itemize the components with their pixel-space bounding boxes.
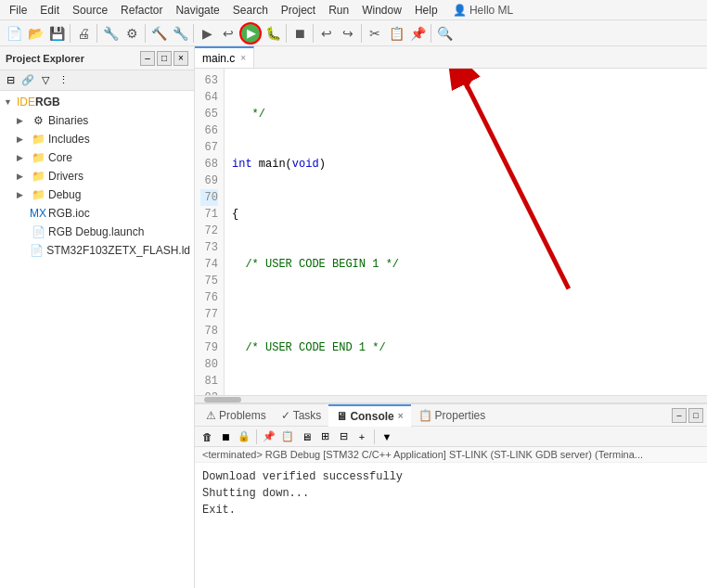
clear-console-btn[interactable]: 🗑 [199, 428, 215, 445]
tree-item-rgbioc[interactable]: MX RGB.ioc [0, 204, 194, 223]
console-settings-btn[interactable]: ▼ [379, 428, 395, 445]
menu-project[interactable]: Project [276, 2, 321, 19]
sep5 [286, 24, 287, 43]
line-numbers: 63 64 65 66 67 68 69 70 71 72 73 74 75 7… [195, 69, 225, 395]
console-btn2[interactable]: 🖥 [298, 428, 315, 445]
maximize-panel-btn[interactable]: □ [688, 408, 703, 423]
run-last-btn[interactable]: ↩ [218, 23, 238, 44]
console-btn4[interactable]: ⊟ [335, 428, 352, 445]
sidebar: Project Explorer – □ × ⊟ 🔗 ▽ ⋮ ▼ IDE RGB… [0, 46, 195, 588]
label-core: Core [48, 151, 190, 164]
paste-btn[interactable]: 📌 [407, 23, 428, 44]
label-debug: Debug [48, 188, 190, 201]
tree-item-core[interactable]: ▶ 📁 Core [0, 148, 194, 167]
pin-btn[interactable]: 📌 [261, 428, 277, 445]
code-content[interactable]: */ int main(void) { /* USER CODE BEGIN 1… [225, 69, 707, 395]
stop-console-btn[interactable]: ⏹ [217, 428, 234, 445]
bottom-tab-console[interactable]: 🖥 Console × [328, 404, 410, 427]
menu-file[interactable]: File [4, 2, 32, 19]
console-label: Console [350, 410, 393, 423]
tree-settings-btn[interactable]: ⋮ [55, 72, 71, 89]
icon-drivers: 📁 [30, 170, 46, 183]
bottom-tab-tasks[interactable]: ✓ Tasks [274, 404, 329, 427]
bottom-tab-problems[interactable]: ⚠ Problems [199, 404, 274, 427]
tree-item-stm32[interactable]: 📄 STM32F103ZETX_FLASH.ld [0, 241, 194, 260]
menu-run[interactable]: Run [323, 2, 354, 19]
h-scrollbar[interactable] [195, 395, 707, 403]
code-line-68: /* USER CODE END 1 */ [232, 339, 700, 356]
settings-btn[interactable]: ⚙ [122, 23, 142, 44]
build-btn[interactable]: 🔨 [148, 23, 169, 44]
minimize-panel-btn[interactable]: – [672, 408, 687, 423]
search-toolbar-btn[interactable]: 🔍 [434, 23, 455, 44]
tree-item-drivers[interactable]: ▶ 📁 Drivers [0, 167, 194, 185]
copy-btn[interactable]: 📋 [386, 23, 406, 44]
menu-navigate[interactable]: Navigate [170, 2, 225, 19]
console-line-4: Exit. [202, 502, 700, 518]
tree-item-binaries[interactable]: ▶ ⚙ Binaries [0, 111, 194, 130]
expand-icon-core: ▶ [17, 153, 30, 162]
sep2 [96, 24, 97, 43]
problems-icon: ⚠ [206, 409, 216, 422]
run-dropdown-btn[interactable]: ▶ [197, 23, 217, 44]
tab-mainc[interactable]: main.c × [195, 46, 254, 69]
menu-refactor[interactable]: Refactor [115, 2, 168, 19]
label-rgb: RGB [35, 96, 190, 109]
save-btn[interactable]: 💾 [46, 23, 67, 44]
console-tab-close[interactable]: × [398, 411, 404, 421]
stop-btn[interactable]: ⏹ [289, 23, 310, 44]
print-btn[interactable]: 🖨 [73, 23, 94, 44]
redo-btn[interactable]: ↪ [338, 23, 358, 44]
code-line-64: int main(void) [232, 156, 700, 173]
tasks-label: Tasks [293, 409, 322, 422]
label-drivers: Drivers [48, 170, 190, 183]
code-editor[interactable]: 63 64 65 66 67 68 69 70 71 72 73 74 75 7… [195, 69, 707, 395]
tasks-icon: ✓ [281, 409, 290, 422]
scroll-thumb[interactable] [204, 397, 241, 403]
code-line-63: */ [232, 106, 700, 122]
new-btn[interactable]: 📄 [4, 23, 24, 44]
build-all-btn[interactable]: 🔧 [170, 23, 190, 44]
console-btn3[interactable]: ⊞ [316, 428, 333, 445]
open-btn[interactable]: 📂 [25, 23, 45, 44]
close-sidebar-btn[interactable]: × [174, 51, 188, 66]
expand-icon-includes: ▶ [17, 134, 30, 144]
sep7 [361, 24, 362, 43]
console-status: <terminated> RGB Debug [STM32 C/C++ Appl… [195, 447, 707, 463]
tree-item-rgb[interactable]: ▼ IDE RGB [0, 93, 194, 111]
maximize-sidebar-btn[interactable]: □ [157, 51, 172, 66]
console-content[interactable]: Download verified successfully Shutting … [195, 463, 707, 588]
tree-item-debug[interactable]: ▶ 📁 Debug [0, 185, 194, 204]
minimize-sidebar-btn[interactable]: – [140, 51, 155, 66]
bottom-sep2 [374, 429, 375, 444]
menu-help[interactable]: Help [409, 2, 443, 19]
undo-btn[interactable]: ↩ [316, 23, 337, 44]
debug-btn[interactable]: 🔧 [100, 23, 121, 44]
debug-run-btn[interactable]: 🐛 [263, 23, 283, 44]
filter-btn[interactable]: ▽ [37, 72, 54, 89]
editor-wrapper: 63 64 65 66 67 68 69 70 71 72 73 74 75 7… [195, 69, 707, 395]
tab-mainc-close[interactable]: × [240, 53, 246, 63]
link-btn[interactable]: 🔗 [19, 72, 36, 89]
menu-window[interactable]: Window [356, 2, 407, 19]
icon-debug: 📁 [30, 188, 46, 201]
bottom-tab-properties[interactable]: 📋 Properties [411, 404, 494, 427]
bottom-sep1 [256, 429, 257, 444]
tree-item-includes[interactable]: ▶ 📁 Includes [0, 130, 194, 148]
console-line-1: Download verified successfully [202, 468, 700, 485]
label-stm32: STM32F103ZETX_FLASH.ld [46, 244, 190, 257]
scroll-lock-btn[interactable]: 🔒 [236, 428, 252, 445]
menu-source[interactable]: Source [67, 2, 113, 19]
sep1 [70, 24, 71, 43]
run-button[interactable]: ▶ [239, 22, 262, 45]
cut-btn[interactable]: ✂ [365, 23, 385, 44]
bottom-panel: ⚠ Problems ✓ Tasks 🖥 Console × 📋 Propert… [195, 403, 707, 588]
menu-edit[interactable]: Edit [34, 2, 65, 19]
new-console-btn[interactable]: + [354, 428, 370, 445]
collapse-all-btn[interactable]: ⊟ [2, 72, 19, 89]
copy-console-btn[interactable]: 📋 [279, 428, 296, 445]
tree-item-rgbdebug[interactable]: 📄 RGB Debug.launch [0, 223, 194, 241]
bottom-right-btns: – □ [672, 408, 703, 423]
menu-search[interactable]: Search [227, 2, 274, 19]
bottom-toolbar: 🗑 ⏹ 🔒 📌 📋 🖥 ⊞ ⊟ + ▼ [195, 427, 707, 447]
